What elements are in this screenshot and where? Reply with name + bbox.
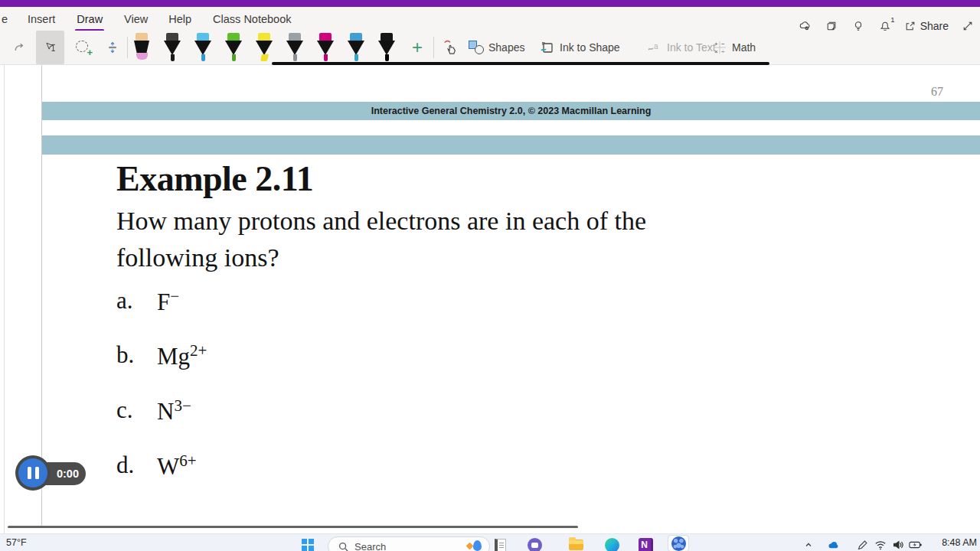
page-number: 67: [931, 85, 943, 99]
shapes-label: Shapes: [488, 41, 524, 54]
purple-app-icon[interactable]: [527, 537, 542, 551]
tab-partial-left[interactable]: e: [2, 13, 11, 25]
svg-text:−: −: [721, 41, 725, 47]
question-text: How many protons and electrons are in ea…: [116, 203, 646, 276]
tab-draw[interactable]: Draw: [77, 13, 103, 25]
svg-text:a: a: [654, 42, 658, 51]
math-icon: + − × ÷: [712, 40, 727, 55]
example-title: Example 2.11: [116, 158, 313, 199]
canvas-left-edge: [4, 65, 5, 533]
svg-text:×: ×: [714, 48, 718, 55]
file-explorer-icon[interactable]: [568, 537, 583, 551]
blue-pen[interactable]: [188, 31, 218, 64]
tray-chevron-icon[interactable]: [801, 537, 816, 551]
menu-bar: e Insert Draw View Help Class Notebook: [0, 7, 980, 31]
ink-to-shape-icon: [540, 40, 555, 55]
battery-icon[interactable]: [908, 537, 923, 551]
ink-stroke-bottom: [8, 526, 578, 528]
tab-view[interactable]: View: [124, 13, 148, 25]
ink-to-text-label: Ink to Text: [667, 41, 716, 54]
ribbon-divider: [433, 37, 434, 58]
ion-letter: b.: [116, 341, 134, 368]
slide-content: Example 2.11 How many protons and electr…: [116, 65, 844, 533]
search-box[interactable]: Search: [328, 536, 490, 551]
draw-ribbon: + +: [0, 31, 980, 65]
black-pen-2[interactable]: [371, 31, 402, 64]
ink-to-shape-label: Ink to Shape: [560, 41, 620, 54]
tab-insert[interactable]: Insert: [28, 13, 55, 25]
notification-count-badge: 1: [890, 15, 894, 24]
onenote-app-icon[interactable]: N: [638, 537, 653, 551]
windows-ink-pen-icon[interactable]: [854, 537, 870, 551]
yellow-highlighter[interactable]: [249, 31, 279, 64]
notepad-app-icon[interactable]: [492, 537, 508, 551]
ink-to-shape-button[interactable]: Ink to Shape: [540, 31, 620, 64]
active-app-icon: [671, 536, 686, 551]
draw-with-touch-button[interactable]: [438, 31, 462, 64]
audio-recorder-widget: 0:00: [15, 455, 88, 492]
redo-button[interactable]: [9, 31, 29, 64]
active-app-button[interactable]: [668, 535, 689, 551]
ion-item-b: b. Mg2+: [116, 341, 134, 369]
svg-text:÷: ÷: [721, 48, 725, 55]
pause-recording-button[interactable]: [15, 455, 51, 491]
tab-help[interactable]: Help: [168, 13, 191, 25]
ion-formula: W6+: [157, 452, 197, 481]
ink-to-text-button[interactable]: a Ink to Text: [647, 31, 716, 64]
select-tool-button[interactable]: [36, 31, 64, 64]
recorder-elapsed-time: 0:00: [57, 468, 79, 480]
windows-logo-icon: [302, 539, 314, 551]
math-label: Math: [732, 41, 756, 54]
add-pen-button[interactable]: +: [403, 31, 431, 64]
green-pen[interactable]: [218, 31, 249, 64]
weather-widget[interactable]: 57°F: [6, 537, 27, 548]
taskbar-clock[interactable]: 8:48 AM: [933, 537, 977, 548]
ion-item-d: d. W6+: [116, 452, 134, 479]
edge-browser-icon[interactable]: [604, 537, 619, 551]
lasso-select-button[interactable]: +: [69, 31, 96, 64]
magenta-pen[interactable]: [310, 31, 341, 64]
ion-formula: F−: [157, 287, 179, 316]
tab-class-notebook[interactable]: Class Notebook: [213, 13, 291, 25]
windows-taskbar: 57°F Search N: [0, 533, 980, 551]
search-icon: [338, 542, 348, 551]
pause-icon: [28, 467, 31, 479]
search-highlight-icon: [466, 540, 483, 551]
volume-icon[interactable]: [890, 537, 906, 551]
shapes-button[interactable]: Shapes: [469, 31, 524, 64]
search-label: Search: [354, 541, 466, 551]
ion-letter: c.: [116, 396, 133, 423]
shapes-icon: [469, 41, 484, 54]
black-pen[interactable]: [157, 31, 188, 64]
start-button[interactable]: [300, 537, 315, 551]
math-button[interactable]: + − × ÷ Math: [712, 31, 756, 64]
onedrive-cloud-icon[interactable]: [825, 537, 841, 551]
ion-letter: d.: [116, 452, 134, 478]
ink-to-text-icon: a: [647, 40, 662, 55]
ion-formula: Mg2+: [157, 341, 207, 370]
titlebar: [0, 0, 980, 7]
ion-formula: N3−: [157, 396, 191, 425]
svg-text:+: +: [714, 41, 718, 47]
pencil-tool[interactable]: [279, 31, 310, 64]
galaxy-pen[interactable]: [341, 31, 371, 64]
ion-item-c: c. N3−: [116, 396, 133, 424]
wifi-icon[interactable]: [873, 537, 888, 551]
page-canvas[interactable]: 67 Interactive General Chemistry 2.0, © …: [0, 65, 980, 533]
insert-space-button[interactable]: [99, 31, 126, 64]
ion-letter: a.: [116, 287, 133, 314]
eraser-tool[interactable]: [126, 31, 157, 64]
pen-gallery: [126, 31, 402, 64]
ion-item-a: a. F−: [116, 287, 133, 315]
